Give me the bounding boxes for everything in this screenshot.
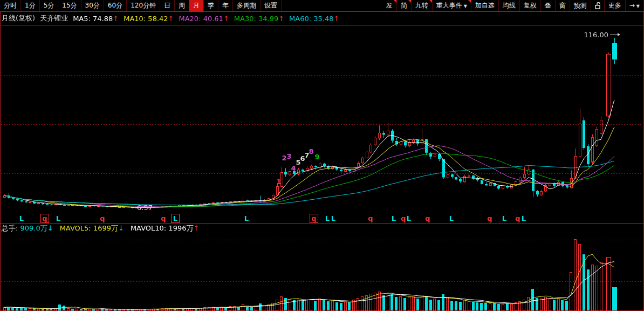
ma30-readout: MA30: 34.99↑ — [234, 15, 284, 23]
forecast-button[interactable]: 预测 — [570, 0, 591, 11]
toolbar-right-group: 发 简 九转 重大事件▼ 加自选 均线 复权 叠 窗 预测 更多 →▼ — [382, 0, 644, 11]
stock-name: 天齐锂业 — [40, 13, 68, 23]
ma-info-bar: 月线(复权) 天齐锂业 MA5: 74.88↑ MA10: 58.42↑ MA2… — [2, 13, 344, 24]
up-arrow-icon: ↑ — [278, 15, 284, 23]
ma20-readout: MA20: 40.61↑ — [179, 15, 229, 23]
adjust-price-button[interactable]: 复权 — [520, 0, 541, 11]
tab-settings[interactable]: 设置 — [261, 0, 282, 11]
tab-30min[interactable]: 30分 — [81, 0, 104, 11]
tab-60min[interactable]: 60分 — [104, 0, 127, 11]
total-volume-readout: 总手: 909.0万↓ — [2, 224, 53, 233]
window-button[interactable]: 窗 — [556, 0, 570, 11]
tab-1min[interactable]: 1分 — [21, 0, 40, 11]
candlestick-chart-canvas[interactable] — [0, 0, 644, 311]
tab-weekly[interactable]: 周 — [175, 0, 189, 11]
tab-monthly[interactable]: 月 — [189, 0, 204, 11]
volume-info-bar: 总手: 909.0万↓ MAVOL5: 1699万↓ MAVOL10: 1996… — [2, 224, 205, 233]
tab-multi-period[interactable]: 多周期 — [233, 0, 261, 11]
tab-quarterly[interactable]: 季 — [204, 0, 218, 11]
nine-turn-button[interactable]: 九转 — [412, 0, 433, 11]
period-label: 月线(复权) — [2, 13, 35, 23]
unlock-icon[interactable] — [591, 0, 605, 11]
goto-button[interactable]: →▼ — [626, 0, 644, 11]
major-events-button[interactable]: 重大事件▼ — [433, 0, 471, 11]
add-watchlist-button[interactable]: 加自选 — [471, 0, 499, 11]
up-arrow-icon: ↑ — [223, 15, 229, 23]
more-button[interactable]: 更多 — [605, 0, 626, 11]
up-arrow-icon: ↑ — [113, 15, 119, 23]
ma-toggle-button[interactable]: 均线 — [499, 0, 520, 11]
up-arrow-icon: ↑ — [168, 15, 174, 23]
tab-yearly[interactable]: 年 — [218, 0, 233, 11]
corner-mark-icon — [429, 0, 432, 3]
overlay-button[interactable]: 叠 — [541, 0, 556, 11]
corner-mark-icon — [394, 0, 396, 3]
ma10-readout: MA10: 58.42↑ — [124, 15, 174, 23]
simple-mode-button[interactable]: 简 — [397, 0, 412, 11]
mavol10-readout: MAVOL10: 1996万↑ — [131, 224, 199, 233]
ma5-readout: MA5: 74.88↑ — [73, 15, 119, 23]
period-toolbar: 分时 1分 5分 15分 30分 60分 120分钟 日 周 月 季 年 多周期… — [0, 0, 644, 12]
arrow-right-icon: → — [629, 2, 635, 9]
tab-fenshi[interactable]: 分时 — [0, 0, 21, 11]
mavol5-readout: MAVOL5: 1699万↓ — [60, 224, 124, 233]
up-arrow-icon: ↑ — [333, 15, 339, 23]
chevron-down-icon: ▼ — [464, 4, 467, 9]
chevron-down-icon: ▼ — [636, 4, 640, 9]
ma60-readout: MA60: 35.48↑ — [289, 15, 339, 23]
tab-120min[interactable]: 120分钟 — [127, 0, 160, 11]
tab-daily[interactable]: 日 — [160, 0, 175, 11]
tab-5min[interactable]: 5分 — [40, 0, 59, 11]
publish-button[interactable]: 发 — [382, 0, 397, 11]
tab-15min[interactable]: 15分 — [58, 0, 81, 11]
corner-mark-icon — [408, 0, 411, 3]
up-arrow-icon: ↑ — [193, 224, 199, 232]
corner-mark-icon — [468, 0, 471, 3]
stock-app-window: { "toolbar": { "periods": [ {"label":"分时… — [0, 0, 644, 311]
down-arrow-icon: ↓ — [47, 224, 53, 232]
down-arrow-icon: ↓ — [118, 224, 124, 232]
